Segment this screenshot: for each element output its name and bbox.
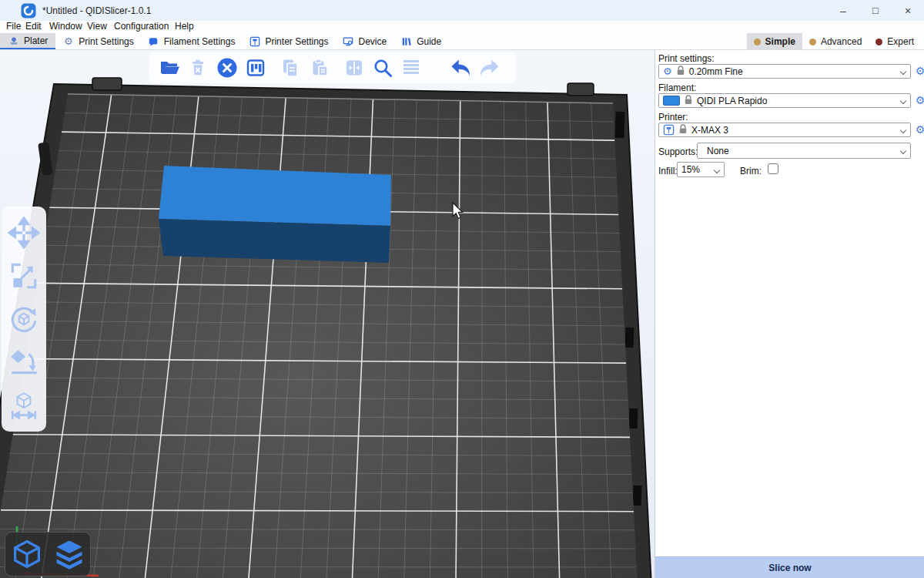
bed-clip [92,78,122,90]
copy-button[interactable] [280,56,302,79]
menu-window[interactable]: Window [49,21,82,33]
arrange-button[interactable] [245,56,267,79]
3d-view-icon [10,537,44,571]
menu-file[interactable]: File [6,21,21,33]
supports-select[interactable]: None [697,143,911,159]
open-button[interactable] [158,56,180,79]
split-button[interactable] [343,56,365,79]
filament-gear-button[interactable]: ⚙ [914,94,924,106]
printer-label: Printer: [658,112,688,123]
printer-icon [249,35,260,47]
plater-toolbar [149,52,517,83]
tab-guide[interactable]: Guide [393,33,448,49]
delete-button[interactable] [186,56,209,79]
filament-icon [148,35,159,47]
menu-edit[interactable]: Edit [25,21,42,33]
printer-icon [663,124,675,136]
delete-icon [188,58,208,78]
mode-simple[interactable]: Simple [747,33,802,50]
simple-dot-icon [754,39,761,45]
tab-print-settings[interactable]: ⚙ Print Settings [55,33,140,49]
scale-gizmo-button[interactable] [6,258,42,294]
undo-button[interactable] [449,56,472,79]
bed-clip [567,83,594,96]
advanced-dot-icon [809,39,816,45]
object-top-face [159,166,391,226]
move-icon [8,217,40,249]
window-controls: – □ × [827,0,924,21]
lock-icon [685,95,692,107]
layers-button[interactable] [400,56,423,79]
search-button[interactable] [372,56,394,79]
move-gizmo-button[interactable] [6,215,42,250]
mode-advanced[interactable]: Advanced [802,33,869,50]
gear-icon: ⚙ [663,66,672,76]
title-bar: *Untitled - QIDISlicer-1.0.1 – □ × [0,0,924,21]
print-settings-value: 0.20mm Fine [689,66,743,77]
tab-label: Print Settings [79,36,133,47]
model-object[interactable] [159,166,391,263]
delete-all-button[interactable] [216,56,239,79]
filament-color-swatch [663,96,680,106]
paste-icon [309,57,330,79]
paste-button[interactable] [308,56,330,79]
print-settings-select[interactable]: ⚙ 0.20mm Fine [658,64,911,79]
tab-label: Printer Settings [265,36,328,47]
redo-icon [478,56,501,79]
3d-view-button[interactable] [10,537,44,571]
viewport-3d[interactable] [0,50,654,578]
menu-configuration[interactable]: Configuration [114,21,169,33]
tab-printer-settings[interactable]: Printer Settings [242,33,335,49]
filament-value: QIDI PLA Rapido [697,96,767,106]
layers-icon [400,57,422,79]
expert-dot-icon [875,39,882,45]
print-settings-gear-button[interactable]: ⚙ [914,65,924,77]
gizmo-toolbar [2,207,46,432]
preview-layers-button[interactable] [52,537,86,571]
minimize-button[interactable]: – [827,0,859,21]
infill-value: 15% [681,164,700,175]
plater-icon [8,35,19,46]
object-front-face [159,219,390,263]
menu-view[interactable]: View [87,21,107,33]
open-icon [159,57,180,79]
tab-label: Filament Settings [164,36,236,47]
lock-icon [679,124,687,136]
printer-gear-button[interactable]: ⚙ [914,123,924,136]
tab-label: Guide [417,36,441,47]
delete-all-icon [216,56,239,79]
maximize-button[interactable]: □ [859,0,892,21]
filament-label: Filament: [658,82,696,93]
print-bed[interactable] [0,50,654,578]
mode-expert[interactable]: Expert [869,33,921,50]
brim-checkbox[interactable] [768,163,778,174]
tab-device[interactable]: Device [336,33,394,49]
infill-label: Infill: [658,166,678,176]
arrange-icon [245,57,266,79]
printer-select[interactable]: X-MAX 3 [658,123,911,137]
chevron-down-icon [714,166,720,173]
rotate-gizmo-button[interactable] [6,301,42,337]
view-mode-switch [5,532,91,576]
gear-icon: ⚙ [62,35,74,47]
search-icon [372,57,393,79]
close-button[interactable]: × [892,0,924,21]
rotate-icon [8,303,40,335]
tab-filament-settings[interactable]: Filament Settings [141,33,243,49]
filament-select[interactable]: QIDI PLA Rapido [658,93,911,108]
place-on-face-icon [8,346,40,378]
slice-now-button[interactable]: Slice now [655,556,924,578]
place-on-face-gizmo-button[interactable] [6,344,42,380]
tab-label: Device [359,36,387,47]
chevron-down-icon [900,69,906,75]
menu-bar: File Edit Window View Configuration Help [0,21,924,33]
tab-plater[interactable]: Plater [0,33,55,49]
supports-value: None [707,146,729,156]
mode-label: Expert [887,36,914,47]
tab-label: Plater [24,35,48,46]
redo-button[interactable] [478,56,501,79]
measure-gizmo-button[interactable] [6,388,42,423]
menu-help[interactable]: Help [175,21,194,33]
preview-layers-icon [52,537,86,571]
infill-select[interactable]: 15% [677,162,725,177]
